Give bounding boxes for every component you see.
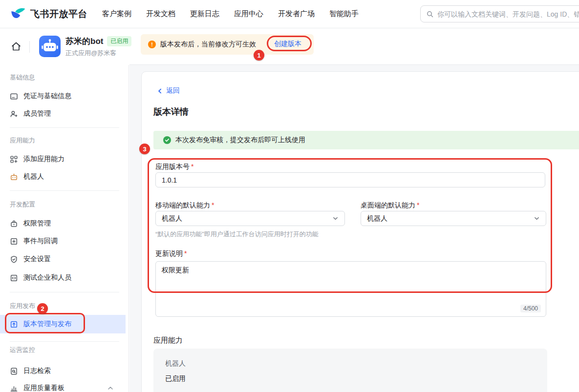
sidebar-section-release: 应用发布: [10, 302, 35, 310]
required-asterisk: *: [417, 201, 419, 209]
bar-chart-icon: [10, 384, 18, 392]
sidebar-item-bot[interactable]: 机器人: [0, 167, 126, 186]
sidebar-item-label: 测试企业和人员: [23, 273, 71, 282]
divider: [10, 341, 119, 342]
app-status-badge: 已启用: [107, 36, 131, 46]
warning-icon: !: [148, 41, 156, 48]
home-icon[interactable]: [11, 41, 21, 52]
app-subtitle: 正式应用@苏米客: [65, 49, 116, 58]
update-notes-value: 权限更新: [162, 266, 189, 274]
nav-item-changelog[interactable]: 更新日志: [190, 9, 219, 19]
char-counter: 4/500: [520, 305, 541, 312]
capability-status: 已启用: [165, 374, 536, 383]
brand-name: 飞书开放平台: [30, 8, 87, 21]
version-number-label: 应用版本号*: [155, 163, 193, 171]
review-exempt-banner: 本次发布免审核，提交发布后即可上线使用: [153, 131, 579, 149]
nav-item-dev-docs[interactable]: 开发文档: [146, 9, 175, 19]
search-icon: [426, 10, 434, 18]
sidebar-item-quality-dashboard[interactable]: 应用质量看板: [0, 379, 126, 392]
sidebar-item-test-org[interactable]: 测试企业和人员: [0, 268, 126, 287]
version-detail-card: 返回 版本详情 本次发布免审核，提交发布后即可上线使用 应用版本号* 移动端的默…: [141, 71, 579, 392]
back-link[interactable]: 返回: [157, 86, 180, 95]
brand-logo[interactable]: 飞书开放平台: [10, 6, 87, 22]
sidebar-item-members[interactable]: 成员管理: [0, 104, 126, 123]
chevron-left-icon: [157, 88, 163, 94]
nav-item-app-center[interactable]: 应用中心: [234, 9, 263, 19]
bot-icon: [10, 173, 18, 181]
log-search-icon: [10, 367, 18, 375]
update-notes-textarea[interactable]: 权限更新 4/500: [155, 261, 546, 317]
sidebar-item-label: 应用质量看板: [23, 384, 64, 392]
desktop-capability-label: 桌面端的默认能力*: [361, 201, 419, 210]
chevron-down-icon: [332, 215, 339, 222]
desktop-capability-select[interactable]: 机器人: [361, 211, 546, 226]
global-search-box[interactable]: [420, 5, 579, 22]
version-number-input[interactable]: [155, 172, 545, 187]
required-asterisk: *: [184, 249, 187, 257]
divider: [10, 190, 119, 191]
create-version-button[interactable]: 创建版本: [274, 40, 301, 48]
sidebar-item-permissions[interactable]: 权限管理: [0, 214, 126, 233]
nav-item-ai-assistant[interactable]: 智能助手: [329, 9, 359, 19]
page-title: 版本详情: [153, 106, 189, 118]
sidebar-item-label: 版本管理与发布: [23, 320, 71, 329]
main-content-area: 返回 版本详情 本次发布免审核，提交发布后即可上线使用 应用版本号* 移动端的默…: [129, 64, 579, 392]
mobile-capability-select[interactable]: 机器人: [155, 211, 345, 226]
top-nav-menu: 客户案例 开发文档 更新日志 应用中心 开发者广场 智能助手: [102, 9, 359, 19]
nav-item-customer-cases[interactable]: 客户案例: [102, 9, 131, 19]
required-asterisk: *: [212, 201, 214, 209]
sidebar-section-monitoring: 运营监控: [10, 346, 35, 354]
search-input[interactable]: [437, 10, 579, 18]
sidebar-item-label: 机器人: [23, 172, 44, 181]
sidebar-section-capabilities: 应用能力: [10, 136, 35, 145]
sidebar-item-label: 成员管理: [23, 109, 51, 118]
sidebar: 基础信息 凭证与基础信息 成员管理 应用能力 添加应用能力: [0, 65, 129, 392]
banner-text: 本次发布免审核，提交发布后即可上线使用: [175, 136, 305, 144]
sidebar-item-label: 安全设置: [23, 255, 51, 264]
credential-card-icon: [10, 92, 18, 101]
capability-name: 机器人: [165, 359, 536, 368]
sidebar-item-events[interactable]: 事件与回调: [0, 232, 126, 250]
required-asterisk: *: [191, 163, 193, 170]
feishu-logo-icon: [10, 6, 26, 22]
event-callback-icon: [10, 237, 18, 246]
grid-plus-icon: [10, 155, 18, 164]
chevron-up-icon[interactable]: [107, 385, 114, 392]
code-square-icon: [10, 274, 18, 282]
sidebar-item-label: 凭证与基础信息: [23, 92, 71, 101]
app-header-bar: 苏米的bot 已启用 正式应用@苏米客 ! 版本发布后，当前修改方可生效 创建版…: [0, 28, 579, 65]
app-avatar: [39, 36, 61, 57]
sidebar-section-dev-config: 开发配置: [10, 200, 35, 209]
publish-arrow-icon: [10, 320, 18, 329]
publish-notice-text: 版本发布后，当前修改方可生效: [160, 40, 256, 49]
sidebar-item-label: 添加应用能力: [23, 155, 64, 164]
update-notes-label: 更新说明*: [155, 249, 187, 258]
capability-section-title: 应用能力: [153, 336, 183, 345]
member-add-icon: [10, 110, 18, 118]
sidebar-item-security[interactable]: 安全设置: [0, 250, 126, 268]
back-label: 返回: [166, 86, 180, 95]
divider: [29, 41, 30, 53]
capability-panel: 机器人 已启用: [153, 349, 547, 392]
default-capability-hint: “默认的应用功能”即用户通过工作台访问应用时打开的功能: [155, 230, 319, 239]
permission-bag-icon: [10, 220, 18, 228]
sidebar-item-label: 权限管理: [23, 219, 51, 228]
sidebar-item-add-capability[interactable]: 添加应用能力: [0, 150, 126, 168]
sidebar-section-basic-info: 基础信息: [10, 73, 35, 82]
sidebar-item-label: 日志检索: [23, 367, 51, 375]
shield-check-icon: [10, 255, 18, 264]
mobile-capability-label: 移动端的默认能力*: [155, 201, 214, 210]
sidebar-item-label: 事件与回调: [23, 237, 58, 246]
divider: [10, 127, 119, 128]
nav-item-developer-plaza[interactable]: 开发者广场: [278, 9, 315, 19]
top-navigation-bar: 飞书开放平台 客户案例 开发文档 更新日志 应用中心 开发者广场 智能助手: [0, 0, 579, 28]
check-circle-icon: [163, 136, 171, 144]
app-name: 苏米的bot: [65, 36, 103, 47]
divider: [10, 292, 119, 292]
sidebar-item-credentials[interactable]: 凭证与基础信息: [0, 87, 126, 105]
mobile-capability-value: 机器人: [162, 214, 182, 223]
chevron-down-icon: [534, 215, 540, 222]
desktop-capability-value: 机器人: [367, 214, 387, 223]
sidebar-item-log-search[interactable]: 日志检索: [0, 362, 126, 380]
sidebar-item-version-management[interactable]: 版本管理与发布: [0, 315, 126, 333]
